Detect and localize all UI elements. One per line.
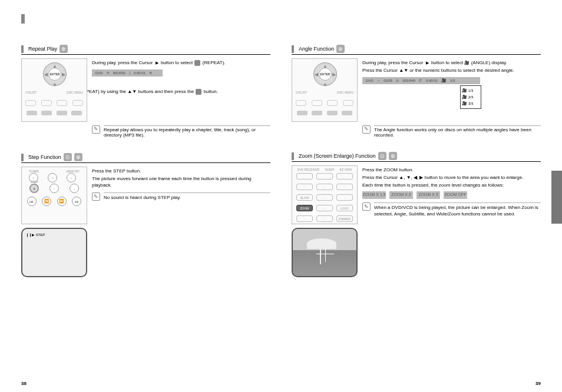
note-icon [362, 125, 371, 134]
arrow-up-icon: ▲ [52, 64, 57, 69]
zoom-sequence: ZOOM X 1.5 ZOOM X 2 ZOOM X 3 ZOOM OFF [362, 191, 541, 199]
camera-icon [462, 101, 467, 107]
note-text: No sound is heard during STEP play. [104, 192, 270, 201]
arrow-left-icon: ◀ [44, 72, 48, 77]
note-icon [92, 192, 100, 201]
section-title: Step Function [28, 154, 61, 160]
angle-camera-icon [464, 60, 470, 65]
note-row: When a DVD/VCD is being played, the pict… [362, 202, 541, 217]
page-number-left: 38 [21, 381, 27, 386]
section-bar [21, 154, 24, 161]
cursor-left-icon [414, 175, 417, 180]
cursor-down-icon [132, 89, 137, 94]
dvd-media-icon: ⊙ [378, 152, 386, 160]
tv-step-label: ❙❙▶ STEP [26, 232, 45, 237]
play-triangle-icon [154, 60, 160, 65]
osd-bar: DVD ⟳ 001/001 | 0:00:01 ⟲ [92, 69, 163, 77]
cursor-down-icon [406, 175, 411, 180]
dvd-media-icon: ⊙ [64, 153, 72, 161]
section-repeat: Repeat Play ⊕ ENTER ▲ ▼ ◀ ▶ CH/LISTDISC … [21, 45, 270, 138]
section-angle-text: During play, press the Cursor button to … [362, 58, 541, 122]
note-icon [362, 202, 371, 211]
section-header-step: Step Function ⊙ ⊕ [21, 153, 270, 163]
page-right: Angle Function ⊕ ENTER ▲ ▼ ◀ ▶ CH/LISTDI… [281, 0, 562, 392]
remote-icon: ⊕ [336, 45, 345, 53]
zoom-level: ZOOM OFF [444, 191, 467, 199]
thumb-tab [551, 171, 562, 224]
arrow-right-icon: ▶ [62, 72, 65, 77]
note-icon [92, 125, 100, 134]
section-zoom-text: Press the ZOOM button. Press the Cursor … [362, 165, 541, 277]
note-text: The Angle function works only on discs o… [374, 125, 541, 138]
repeat-icon [194, 60, 200, 66]
section-header-zoom: Zoom (Screen Enlarge) Function ⊙ ⊕ [292, 152, 541, 162]
zoom-button-icon: ZOOM [296, 205, 313, 211]
section-repeat-text: During play, press the Cursor button to … [92, 58, 270, 122]
note-text: When a DVD/VCD is being played, the pict… [374, 202, 541, 217]
zoom-level: ZOOM X 3 [416, 191, 440, 199]
section-header-repeat: Repeat Play ⊕ [21, 45, 270, 55]
remote-zoom-diagram: DVD RECEIVER SLEEP EZ VIEW ◦◦◦ SLOW◦◦ [292, 165, 358, 224]
section-title: Repeat Play [28, 46, 57, 52]
step-button-icon: ■ [29, 184, 39, 193]
note-row: The Angle function works only on discs o… [362, 125, 541, 138]
tv-screen-zoom [292, 228, 358, 277]
section-title: Angle Function [299, 46, 334, 52]
section-zoom: Zoom (Screen Enlarge) Function ⊙ ⊕ DVD R… [292, 152, 541, 277]
play-triangle-icon [425, 60, 430, 65]
section-step: Step Function ⊙ ⊕ TUNER‹ ○ MEMORY› STEP■ [21, 153, 270, 277]
camera-icon [441, 78, 447, 84]
page-title-bar [21, 14, 25, 24]
section-bar [292, 45, 294, 53]
arrow-right-icon: ▶ [332, 72, 336, 77]
crosshair-icon [325, 247, 326, 262]
arrow-up-icon: ▲ [323, 64, 328, 69]
note-row: Repeat play allows you to repeatedly pla… [92, 125, 270, 138]
zoom-level: ZOOM X 2 [389, 191, 413, 199]
enter-button-icon: ENTER [319, 68, 332, 81]
tv-screen-step: ❙❙▶ STEP [21, 228, 87, 277]
section-title: Zoom (Screen Enlarge) Function [299, 153, 376, 159]
camera-icon [462, 88, 467, 94]
camera-icon [462, 94, 467, 100]
remote-dpad-diagram: ENTER ▲ ▼ ◀ ▶ CH/LISTDISC MENU [292, 58, 358, 122]
angle-popup: 1/3 2/3 3/3 [460, 85, 481, 108]
page-left: Repeat Play ⊕ ENTER ▲ ▼ ◀ ▶ CH/LISTDISC … [0, 0, 281, 392]
remote-step-diagram: TUNER‹ ○ MEMORY› STEP■ ◦ ◦ ⏮ ⏪ ⏩ [21, 167, 87, 224]
enter-button-icon: ENTER [48, 68, 61, 81]
remote-dpad-diagram: ENTER ▲ ▼ ◀ ▶ CH/LISTDISC MENU [21, 58, 87, 122]
section-bar [292, 152, 294, 160]
arrow-down-icon: ▼ [323, 82, 328, 88]
arrow-left-icon: ◀ [315, 72, 318, 77]
section-angle: Angle Function ⊕ ENTER ▲ ▼ ◀ ▶ CH/LISTDI… [292, 45, 541, 138]
note-text: Repeat play allows you to repeatedly pla… [104, 125, 270, 138]
page-spread: Repeat Play ⊕ ENTER ▲ ▼ ◀ ▶ CH/LISTDISC … [0, 0, 562, 392]
cursor-up-icon [127, 89, 132, 94]
note-row: No sound is heard during STEP play. [92, 192, 270, 201]
cursor-right-icon [419, 175, 423, 180]
section-header-angle: Angle Function ⊕ [292, 45, 541, 55]
remote-icon: ⊕ [389, 152, 397, 160]
osd-bar: DVD ☼ 01/05 ⊙ 001/040 ⏱ 0:00:01 1/3 [362, 77, 480, 84]
arrow-down-icon: ▼ [52, 82, 57, 88]
repeat-icon [196, 89, 201, 95]
section-bar [21, 45, 24, 53]
page-number-right: 39 [535, 381, 541, 386]
zoom-level: ZOOM X 1.5 [362, 191, 386, 199]
cursor-up-icon [399, 175, 404, 180]
remote-icon: ⊕ [59, 45, 68, 53]
section-step-text: Press the STEP button. The picture moves… [92, 167, 270, 277]
remote-icon: ⊕ [74, 153, 82, 161]
